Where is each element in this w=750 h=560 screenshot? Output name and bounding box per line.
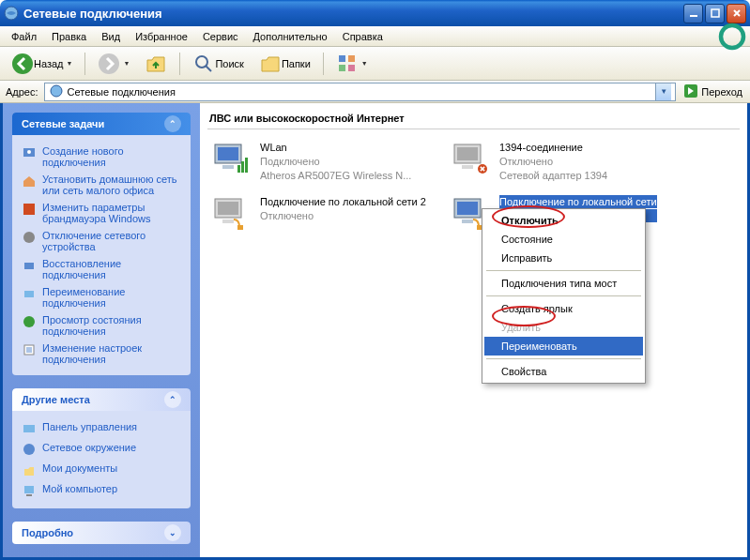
menu-extra[interactable]: Дополнительно [246, 28, 335, 45]
place-control-panel[interactable]: Панель управления [22, 418, 181, 439]
place-documents[interactable]: Мои документы [22, 460, 181, 480]
task-firewall[interactable]: Изменить параметры брандмауэра Windows [22, 199, 181, 227]
address-dropdown-icon[interactable]: ▼ [655, 83, 671, 100]
svg-rect-7 [339, 55, 345, 62]
conn-name: Подключение по локальной сети 2 [260, 195, 426, 208]
lan-icon [209, 195, 254, 233]
window-title: Сетевые подключения [23, 7, 681, 21]
task-home-network[interactable]: Установить домашнюю сеть или сеть малого… [22, 171, 181, 199]
svg-rect-18 [24, 291, 34, 297]
menu-help[interactable]: Справка [335, 28, 390, 45]
conn-status: Отключено [260, 209, 426, 222]
maximize-button[interactable] [705, 4, 725, 23]
ctx-properties[interactable]: Свойства [484, 362, 643, 381]
address-input[interactable]: Сетевые подключения ▼ [44, 83, 677, 101]
firewall-icon [22, 202, 37, 217]
network-tasks-panel: Сетевые задачи ⌃ Создание нового подключ… [12, 113, 191, 375]
connection-lan2[interactable]: Подключение по локальной сети 2 Отключен… [207, 193, 447, 235]
ctx-disconnect[interactable]: Отключить [484, 211, 643, 230]
task-disable-device[interactable]: Отключение сетевого устройства [22, 227, 181, 255]
ctx-bridge[interactable]: Подключения типа мост [484, 274, 643, 293]
forward-dropdown-icon[interactable]: ▼ [123, 60, 130, 67]
task-rename[interactable]: Переименование подключения [22, 283, 181, 311]
menu-edit[interactable]: Правка [44, 28, 94, 45]
forward-button[interactable]: ▼ [92, 51, 135, 77]
conn-status: Подключено [260, 155, 411, 168]
menu-favorites[interactable]: Избранное [128, 28, 195, 45]
close-button[interactable] [727, 4, 746, 23]
forward-icon [98, 53, 120, 75]
go-button[interactable]: Переход [680, 82, 746, 102]
svg-point-16 [23, 232, 35, 243]
conn-name: WLan [260, 141, 411, 154]
expand-icon[interactable]: ⌄ [164, 524, 181, 541]
back-icon [11, 53, 34, 75]
svg-rect-30 [245, 158, 248, 173]
svg-rect-10 [348, 65, 355, 71]
app-icon [4, 6, 19, 21]
connection-1394[interactable]: 1394-соединение Отключено Сетевой адапте… [447, 139, 686, 184]
other-places-header[interactable]: Другие места ⌃ [12, 388, 191, 411]
minimize-button[interactable] [683, 4, 703, 23]
back-button[interactable]: Назад ▼ [6, 51, 78, 77]
svg-rect-38 [237, 225, 243, 230]
svg-rect-23 [24, 486, 34, 493]
svg-rect-37 [222, 219, 234, 223]
views-icon [336, 53, 359, 75]
svg-rect-28 [237, 165, 240, 173]
titlebar: Сетевые подключения [0, 0, 750, 26]
svg-rect-9 [339, 65, 345, 71]
connection-wlan[interactable]: WLan Подключено Atheros AR5007EG Wireles… [207, 139, 447, 184]
folders-button[interactable]: Папки [253, 51, 316, 77]
place-network[interactable]: Сетевое окружение [22, 439, 181, 460]
back-dropdown-icon[interactable]: ▼ [67, 60, 73, 67]
collapse-icon[interactable]: ⌃ [164, 115, 181, 132]
svg-rect-21 [23, 425, 35, 432]
svg-rect-1 [690, 15, 697, 17]
place-computer[interactable]: Мой компьютер [22, 480, 181, 501]
address-label: Адрес: [4, 86, 40, 98]
context-menu: Отключить Состояние Исправить Подключени… [482, 208, 646, 384]
task-settings[interactable]: Изменение настроек подключения [22, 340, 181, 368]
address-icon [49, 83, 64, 100]
search-button[interactable]: Поиск [187, 51, 249, 77]
ctx-separator [486, 295, 641, 296]
svg-rect-29 [241, 161, 244, 173]
svg-rect-32 [457, 147, 478, 160]
ctx-status[interactable]: Состояние [484, 230, 643, 249]
menu-tools[interactable]: Сервис [195, 28, 246, 45]
address-value: Сетевые подключения [68, 86, 652, 98]
ctx-shortcut[interactable]: Создать ярлык [484, 299, 643, 318]
svg-rect-41 [462, 219, 473, 223]
views-button[interactable]: ▼ [330, 51, 374, 77]
wizard-icon [22, 145, 37, 160]
collapse-icon[interactable]: ⌃ [164, 391, 181, 408]
tasks-body: Создание нового подключения Установить д… [12, 135, 191, 375]
repair-icon [22, 258, 37, 273]
details-title: Подробно [22, 527, 73, 538]
back-label: Назад [34, 58, 64, 69]
connections-grid: WLan Подключено Atheros AR5007EG Wireles… [207, 139, 740, 244]
folders-icon [259, 53, 282, 75]
task-new-connection[interactable]: Создание нового подключения [22, 143, 181, 171]
task-repair[interactable]: Восстановление подключения [22, 255, 181, 283]
network-tasks-header[interactable]: Сетевые задачи ⌃ [12, 113, 191, 135]
conn-text: Подключение по локальной сети 2 Отключен… [260, 195, 426, 233]
documents-icon [22, 462, 37, 477]
places-title: Другие места [22, 394, 90, 405]
folder-up-icon [145, 53, 167, 75]
ctx-rename[interactable]: Переименовать [484, 337, 643, 356]
svg-point-14 [27, 150, 31, 154]
ctx-repair[interactable]: Исправить [484, 249, 643, 267]
menu-view[interactable]: Вид [94, 28, 128, 45]
details-header[interactable]: Подробно ⌄ [12, 522, 191, 544]
separator [179, 53, 180, 75]
task-status[interactable]: Просмотр состояния подключения [22, 311, 181, 340]
up-button[interactable] [139, 51, 173, 77]
menu-file[interactable]: Файл [4, 28, 44, 45]
status-icon [22, 314, 37, 329]
svg-point-11 [51, 85, 62, 97]
views-dropdown-icon[interactable]: ▼ [361, 60, 368, 67]
folders-label: Папки [282, 58, 311, 69]
ctx-delete: Удалить [484, 318, 643, 337]
